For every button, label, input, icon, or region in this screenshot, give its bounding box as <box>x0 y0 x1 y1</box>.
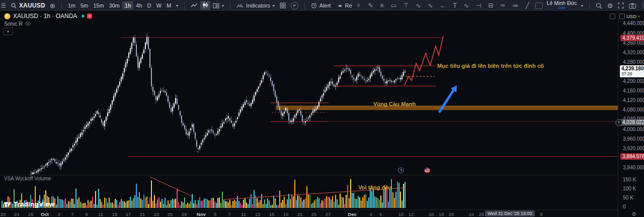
draw-rectangle-icon[interactable]: ▭ <box>390 2 396 9</box>
volume-tick: 100 K <box>623 186 636 191</box>
volume-indicator-label[interactable]: VSA Wyckoff Volume <box>4 176 51 181</box>
volume-tick: 50 K <box>623 195 633 200</box>
legend-row[interactable]: XAUUSD · 1h · OANDA ≡ <box>4 13 92 20</box>
draw-wave-icon[interactable]: ∿ <box>464 2 469 9</box>
time-tick: 9 <box>540 211 542 217</box>
draw-parallel-lines-icon[interactable]: ≡ <box>380 2 383 9</box>
price-tick: 3,920.000 <box>623 146 644 151</box>
currency-dropdown-icon[interactable]: ▾ <box>638 15 640 19</box>
symbol-search-button[interactable]: XAUUSD <box>19 2 45 9</box>
price-axis[interactable]: USD ▾ 4,440.0004,400.0004,360.0004,320.0… <box>618 11 644 217</box>
time-tick: 10 <box>398 211 404 217</box>
tf-30m[interactable]: 30m <box>107 2 122 10</box>
legend-title[interactable]: XAUUSD · 1h · OANDA <box>13 13 77 20</box>
alert-price-label: 4,379.419 <box>620 35 644 41</box>
alert-button[interactable]: Alert <box>319 3 331 9</box>
price-tick: 4,320.000 <box>623 50 644 55</box>
indicator-legend-row[interactable]: Sonic R <box>4 21 31 27</box>
draw-trendline-icon[interactable]: ✎ <box>368 2 373 9</box>
indicators-button[interactable]: Indicators <box>246 3 270 9</box>
alert-clock-icon[interactable] <box>311 3 317 9</box>
candle-chart-type-icon[interactable] <box>200 1 210 10</box>
user-menu[interactable]: Lê Minh Đức Save <box>547 1 577 10</box>
tf-m[interactable]: M <box>164 2 174 10</box>
top-toolbar: ☰ XAUUSD ⊕ 1m 5m 15m 30m 1h 4h D W M ▾ ▾… <box>0 0 644 12</box>
user-name: Lê Minh Đức <box>547 1 577 6</box>
indicators-dropdown-icon[interactable]: ▾ <box>273 4 275 8</box>
data-flag-icon[interactable]: ≡ <box>87 14 92 19</box>
chart-canvas[interactable] <box>0 0 644 217</box>
draw-pattern-icon[interactable]: ⊣ <box>476 2 481 9</box>
current-price-value: 4,239.180 <box>621 66 643 71</box>
price-tick: 4,080.000 <box>623 107 644 113</box>
time-tick: 24 <box>14 211 20 217</box>
eye-icon[interactable] <box>25 21 31 27</box>
draw-text-icon[interactable]: T <box>453 2 456 9</box>
search-icon[interactable] <box>11 3 17 9</box>
tf-d[interactable]: D <box>145 2 154 10</box>
legend-collapse-button[interactable]: ▴ <box>3 28 13 35</box>
draw-price-label-icon[interactable]: ⊤ <box>404 2 409 9</box>
time-tick: Oct <box>41 211 49 217</box>
replay-button[interactable]: Re <box>345 3 352 9</box>
chart-layout-icon[interactable] <box>213 3 219 9</box>
draw-elliott-icon[interactable]: ∿ <box>428 2 433 9</box>
time-tick: 7 <box>228 211 230 217</box>
price-tick: 4,160.000 <box>623 88 644 93</box>
tf-1m[interactable]: 1m <box>65 2 78 10</box>
grid-layout-icon[interactable] <box>280 3 286 9</box>
menu-icon[interactable]: ☰ <box>1 3 6 9</box>
market-status-dot <box>82 15 85 18</box>
price-tick: 4,120.000 <box>623 97 644 103</box>
draw-zigzag-icon[interactable]: ∿ <box>416 2 421 9</box>
axis-settings-gear-icon[interactable]: ⚙ <box>631 211 636 217</box>
time-tick: 12 <box>409 211 414 217</box>
p-badge-icon[interactable]: P <box>291 2 298 10</box>
user-dropdown-icon[interactable]: ▾ <box>581 4 583 8</box>
pane-maximize-icon[interactable] <box>610 14 615 20</box>
tradingview-logo-icon <box>4 200 12 208</box>
current-price-label: 4,239.180 37:28 <box>620 65 644 77</box>
annotation-target[interactable]: Mục tiêu giá đi lên biên trên tức đỉnh c… <box>437 63 544 69</box>
layout-save-label[interactable]: Save <box>558 6 566 10</box>
annotation-volume[interactable]: Vol tăng đều <box>358 184 391 190</box>
time-tick: 29 <box>182 211 187 217</box>
tf-4h[interactable]: 4h <box>133 2 144 10</box>
time-tick: 3 <box>57 211 60 217</box>
replay-icon[interactable]: ◂◂ <box>338 3 340 8</box>
line-chart-type-icon[interactable] <box>191 3 198 8</box>
drag-dots-icon[interactable]: ⠿ <box>357 4 360 8</box>
draw-list-icon[interactable]: ≔ <box>512 2 518 9</box>
tf-1h[interactable]: 1h <box>122 2 133 10</box>
fullscreen-icon[interactable] <box>618 3 624 9</box>
layout-preview-icon[interactable] <box>535 3 543 9</box>
annotation-demand[interactable]: Vùng Cầu Mạnh <box>373 101 416 107</box>
tf-w[interactable]: W <box>153 2 164 10</box>
price-tick: 4,280.000 <box>623 59 644 65</box>
tf-15m[interactable]: 15m <box>91 2 106 10</box>
settings-gear-icon[interactable]: ⚙ <box>607 2 613 10</box>
tradingview-logo-text: TradingView <box>14 200 54 208</box>
timeframe-dropdown-icon[interactable]: ▾ <box>176 4 178 8</box>
draw-measure-icon[interactable]: ⊟ <box>488 2 493 9</box>
price-tick: 4,200.000 <box>623 78 644 84</box>
indicators-icon[interactable] <box>236 3 244 9</box>
axis-mode-icon[interactable] <box>619 14 625 19</box>
draw-arrow-icon[interactable]: ← <box>440 2 446 9</box>
time-tick: 21 <box>297 211 303 217</box>
time-tick: 25 <box>311 211 317 217</box>
tf-5m[interactable]: 5m <box>78 2 91 10</box>
tradingview-logo[interactable]: TradingView <box>4 200 54 208</box>
trade-button[interactable]: Trade <box>641 1 644 10</box>
time-axis[interactable]: 202426Oct37911151721232529Nov57111315192… <box>0 210 644 217</box>
compare-add-icon[interactable]: ⊕ <box>50 2 55 10</box>
quick-search-icon[interactable] <box>596 3 602 9</box>
draw-line-icon[interactable]: ╱ <box>525 2 529 9</box>
indicator-name[interactable]: Sonic R <box>4 21 23 27</box>
draw-pen-icon[interactable]: ✑ <box>500 2 505 9</box>
snapshot-camera-icon[interactable] <box>629 3 636 9</box>
chart-type-dropdown-icon[interactable]: ▾ <box>222 4 224 8</box>
time-tick: 21 <box>140 211 145 217</box>
add-alert-plus-icon[interactable]: + <box>615 119 622 126</box>
time-tick: 23 <box>154 211 159 217</box>
